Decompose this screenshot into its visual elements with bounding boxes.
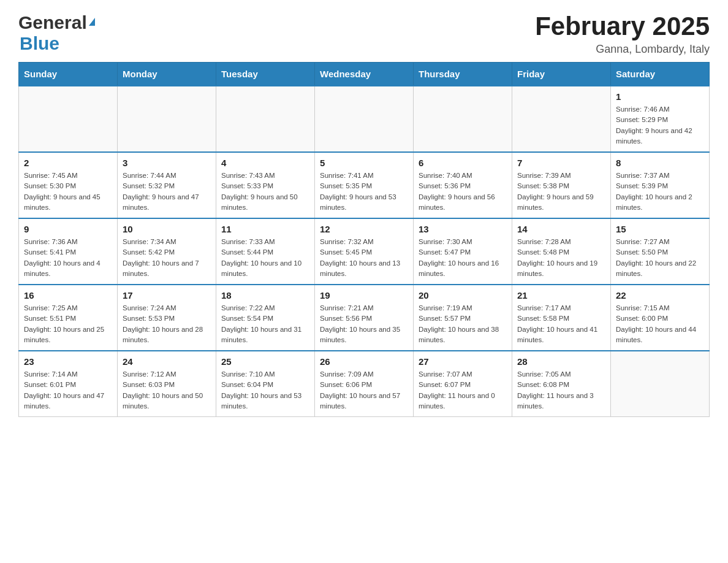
calendar-cell: 14Sunrise: 7:28 AM Sunset: 5:48 PM Dayli… bbox=[512, 218, 611, 285]
day-info: Sunrise: 7:25 AM Sunset: 5:51 PM Dayligh… bbox=[24, 303, 112, 345]
day-number: 12 bbox=[320, 224, 408, 234]
calendar-cell bbox=[315, 86, 414, 152]
month-title: February 2025 bbox=[535, 12, 710, 40]
day-header-friday: Friday bbox=[512, 63, 611, 86]
day-number: 9 bbox=[24, 224, 112, 234]
calendar-cell: 24Sunrise: 7:12 AM Sunset: 6:03 PM Dayli… bbox=[118, 351, 216, 417]
calendar-cell: 28Sunrise: 7:05 AM Sunset: 6:08 PM Dayli… bbox=[512, 351, 611, 417]
day-number: 26 bbox=[320, 356, 408, 367]
calendar-cell: 25Sunrise: 7:10 AM Sunset: 6:04 PM Dayli… bbox=[216, 351, 315, 417]
logo-arrow-icon bbox=[89, 18, 95, 26]
day-info: Sunrise: 7:09 AM Sunset: 6:06 PM Dayligh… bbox=[320, 369, 408, 412]
calendar-cell: 15Sunrise: 7:27 AM Sunset: 5:50 PM Dayli… bbox=[611, 218, 710, 285]
day-info: Sunrise: 7:07 AM Sunset: 6:07 PM Dayligh… bbox=[419, 369, 507, 412]
calendar-cell bbox=[19, 86, 118, 152]
day-number: 1 bbox=[616, 91, 704, 102]
day-number: 14 bbox=[517, 224, 605, 234]
day-info: Sunrise: 7:43 AM Sunset: 5:33 PM Dayligh… bbox=[221, 170, 309, 213]
week-row-3: 9Sunrise: 7:36 AM Sunset: 5:41 PM Daylig… bbox=[19, 218, 710, 285]
day-number: 19 bbox=[320, 290, 408, 301]
day-number: 16 bbox=[24, 290, 112, 301]
day-number: 8 bbox=[616, 158, 704, 168]
calendar-cell bbox=[414, 86, 512, 152]
day-info: Sunrise: 7:05 AM Sunset: 6:08 PM Dayligh… bbox=[517, 369, 605, 412]
calendar-body: 1Sunrise: 7:46 AM Sunset: 5:29 PM Daylig… bbox=[19, 86, 710, 417]
day-info: Sunrise: 7:45 AM Sunset: 5:30 PM Dayligh… bbox=[24, 170, 112, 213]
day-info: Sunrise: 7:34 AM Sunset: 5:42 PM Dayligh… bbox=[123, 237, 211, 279]
day-info: Sunrise: 7:37 AM Sunset: 5:39 PM Dayligh… bbox=[616, 170, 704, 213]
day-info: Sunrise: 7:12 AM Sunset: 6:03 PM Dayligh… bbox=[123, 369, 211, 412]
day-info: Sunrise: 7:27 AM Sunset: 5:50 PM Dayligh… bbox=[616, 237, 704, 279]
day-number: 2 bbox=[24, 158, 112, 168]
day-info: Sunrise: 7:40 AM Sunset: 5:36 PM Dayligh… bbox=[419, 170, 507, 213]
day-info: Sunrise: 7:14 AM Sunset: 6:01 PM Dayligh… bbox=[24, 369, 112, 412]
day-info: Sunrise: 7:28 AM Sunset: 5:48 PM Dayligh… bbox=[517, 237, 605, 279]
calendar-header: SundayMondayTuesdayWednesdayThursdayFrid… bbox=[19, 63, 710, 86]
day-header-saturday: Saturday bbox=[611, 63, 710, 86]
calendar-cell: 17Sunrise: 7:24 AM Sunset: 5:53 PM Dayli… bbox=[118, 285, 216, 351]
title-section: February 2025 Ganna, Lombardy, Italy bbox=[535, 12, 710, 56]
day-number: 20 bbox=[419, 290, 507, 301]
day-number: 24 bbox=[123, 356, 211, 367]
calendar-cell: 9Sunrise: 7:36 AM Sunset: 5:41 PM Daylig… bbox=[19, 218, 118, 285]
day-number: 21 bbox=[517, 290, 605, 301]
calendar-cell: 27Sunrise: 7:07 AM Sunset: 6:07 PM Dayli… bbox=[414, 351, 512, 417]
calendar-cell: 13Sunrise: 7:30 AM Sunset: 5:47 PM Dayli… bbox=[414, 218, 512, 285]
week-row-1: 1Sunrise: 7:46 AM Sunset: 5:29 PM Daylig… bbox=[19, 86, 710, 152]
day-number: 17 bbox=[123, 290, 211, 301]
day-info: Sunrise: 7:15 AM Sunset: 6:00 PM Dayligh… bbox=[616, 303, 704, 345]
day-info: Sunrise: 7:33 AM Sunset: 5:44 PM Dayligh… bbox=[221, 237, 309, 279]
day-info: Sunrise: 7:46 AM Sunset: 5:29 PM Dayligh… bbox=[616, 104, 704, 147]
calendar-cell bbox=[512, 86, 611, 152]
day-number: 27 bbox=[419, 356, 507, 367]
week-row-5: 23Sunrise: 7:14 AM Sunset: 6:01 PM Dayli… bbox=[19, 351, 710, 417]
day-info: Sunrise: 7:10 AM Sunset: 6:04 PM Dayligh… bbox=[221, 369, 309, 412]
day-header-tuesday: Tuesday bbox=[216, 63, 315, 86]
calendar-cell: 12Sunrise: 7:32 AM Sunset: 5:45 PM Dayli… bbox=[315, 218, 414, 285]
calendar-cell: 26Sunrise: 7:09 AM Sunset: 6:06 PM Dayli… bbox=[315, 351, 414, 417]
calendar-cell: 11Sunrise: 7:33 AM Sunset: 5:44 PM Dayli… bbox=[216, 218, 315, 285]
calendar-cell: 7Sunrise: 7:39 AM Sunset: 5:38 PM Daylig… bbox=[512, 152, 611, 218]
day-number: 4 bbox=[221, 158, 309, 168]
day-number: 3 bbox=[123, 158, 211, 168]
calendar-cell bbox=[611, 351, 710, 417]
day-number: 10 bbox=[123, 224, 211, 234]
calendar-cell: 4Sunrise: 7:43 AM Sunset: 5:33 PM Daylig… bbox=[216, 152, 315, 218]
page-header: General Blue February 2025 Ganna, Lombar… bbox=[18, 12, 710, 56]
calendar-cell: 19Sunrise: 7:21 AM Sunset: 5:56 PM Dayli… bbox=[315, 285, 414, 351]
logo-line1: General bbox=[18, 12, 95, 33]
day-info: Sunrise: 7:24 AM Sunset: 5:53 PM Dayligh… bbox=[123, 303, 211, 345]
day-info: Sunrise: 7:17 AM Sunset: 5:58 PM Dayligh… bbox=[517, 303, 605, 345]
day-number: 15 bbox=[616, 224, 704, 234]
calendar-cell: 5Sunrise: 7:41 AM Sunset: 5:35 PM Daylig… bbox=[315, 152, 414, 218]
calendar-cell: 8Sunrise: 7:37 AM Sunset: 5:39 PM Daylig… bbox=[611, 152, 710, 218]
calendar-cell: 2Sunrise: 7:45 AM Sunset: 5:30 PM Daylig… bbox=[19, 152, 118, 218]
day-number: 18 bbox=[221, 290, 309, 301]
day-info: Sunrise: 7:19 AM Sunset: 5:57 PM Dayligh… bbox=[419, 303, 507, 345]
day-info: Sunrise: 7:22 AM Sunset: 5:54 PM Dayligh… bbox=[221, 303, 309, 345]
day-info: Sunrise: 7:44 AM Sunset: 5:32 PM Dayligh… bbox=[123, 170, 211, 213]
location-subtitle: Ganna, Lombardy, Italy bbox=[535, 43, 710, 56]
days-of-week-row: SundayMondayTuesdayWednesdayThursdayFrid… bbox=[19, 63, 710, 86]
week-row-2: 2Sunrise: 7:45 AM Sunset: 5:30 PM Daylig… bbox=[19, 152, 710, 218]
day-info: Sunrise: 7:32 AM Sunset: 5:45 PM Dayligh… bbox=[320, 237, 408, 279]
day-header-wednesday: Wednesday bbox=[315, 63, 414, 86]
day-number: 5 bbox=[320, 158, 408, 168]
calendar-cell: 1Sunrise: 7:46 AM Sunset: 5:29 PM Daylig… bbox=[611, 86, 710, 152]
calendar-cell: 16Sunrise: 7:25 AM Sunset: 5:51 PM Dayli… bbox=[19, 285, 118, 351]
day-info: Sunrise: 7:41 AM Sunset: 5:35 PM Dayligh… bbox=[320, 170, 408, 213]
logo: General Blue bbox=[18, 12, 95, 54]
day-header-thursday: Thursday bbox=[414, 63, 512, 86]
week-row-4: 16Sunrise: 7:25 AM Sunset: 5:51 PM Dayli… bbox=[19, 285, 710, 351]
logo-line2: Blue bbox=[18, 33, 59, 54]
day-number: 11 bbox=[221, 224, 309, 234]
calendar-cell: 3Sunrise: 7:44 AM Sunset: 5:32 PM Daylig… bbox=[118, 152, 216, 218]
day-header-monday: Monday bbox=[118, 63, 216, 86]
day-info: Sunrise: 7:21 AM Sunset: 5:56 PM Dayligh… bbox=[320, 303, 408, 345]
day-number: 28 bbox=[517, 356, 605, 367]
day-number: 13 bbox=[419, 224, 507, 234]
calendar-cell: 20Sunrise: 7:19 AM Sunset: 5:57 PM Dayli… bbox=[414, 285, 512, 351]
day-header-sunday: Sunday bbox=[19, 63, 118, 86]
day-number: 23 bbox=[24, 356, 112, 367]
day-info: Sunrise: 7:36 AM Sunset: 5:41 PM Dayligh… bbox=[24, 237, 112, 279]
